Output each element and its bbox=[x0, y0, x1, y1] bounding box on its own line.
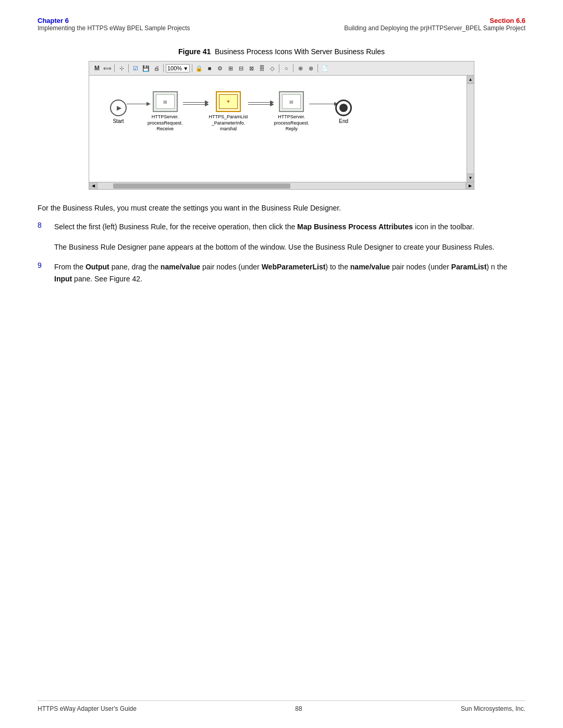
toolbar-icon-table: ⊟ bbox=[236, 64, 246, 73]
arrow-head-bot: ▶ bbox=[205, 101, 209, 107]
zoom-dropdown-arrow[interactable]: ▼ bbox=[183, 66, 188, 71]
start-label: Start bbox=[113, 118, 124, 124]
scrollbar-up-btn[interactable]: ▲ bbox=[467, 76, 474, 84]
toolbar-zoom[interactable]: 100% ▼ bbox=[166, 64, 190, 72]
toolbar-icon-arrows: ⟺ bbox=[103, 64, 112, 73]
toolbar-separator-6 bbox=[293, 64, 293, 72]
page-header: Chapter 6 Implementing the HTTPS eWay BP… bbox=[0, 0, 563, 37]
arrow-line-1: ▶ bbox=[127, 104, 148, 104]
http-reply-symbol: ▤ bbox=[289, 100, 293, 104]
toolbar-icon-square: ■ bbox=[205, 64, 214, 73]
figure-title: Business Process Icons With Server Busin… bbox=[215, 47, 385, 56]
http-reply-node: ▤ HTTPServer.processRequest.Reply bbox=[274, 91, 310, 132]
https-paramlist-icon: ✦ bbox=[216, 91, 241, 112]
double-line-top: ▶ bbox=[183, 102, 206, 103]
step-8-subtext: The Business Rule Designer pane appears … bbox=[54, 241, 525, 253]
double-line2-bot: ▶ bbox=[248, 104, 271, 105]
http-reply-label: HTTPServer.processRequest.Reply bbox=[274, 114, 310, 132]
scrollbar-left-btn[interactable]: ◀ bbox=[89, 182, 97, 190]
toolbar-icon-diamond: ◇ bbox=[267, 64, 277, 73]
double-arrow-bot: ▶ bbox=[183, 104, 209, 105]
toolbar-icon-save: 💾 bbox=[141, 64, 151, 73]
end-label: End bbox=[339, 118, 348, 124]
bottom-scrollbar-track bbox=[97, 182, 466, 189]
toolbar-separator-5 bbox=[279, 64, 279, 72]
end-icon bbox=[335, 100, 352, 116]
arrow-head2-bot: ▶ bbox=[270, 101, 274, 107]
arrow-line-end: ▶ bbox=[309, 104, 335, 104]
toolbar-icon-cursor: ⊹ bbox=[117, 64, 126, 73]
step-9: 9 From the Output pane, drag the name/va… bbox=[38, 261, 525, 285]
page-footer: HTTPS eWay Adapter User's Guide 88 Sun M… bbox=[38, 700, 525, 712]
figure-caption: Figure 41 Business Process Icons With Se… bbox=[38, 47, 525, 56]
chapter-subtitle: Implementing the HTTPS eWay BPEL Sample … bbox=[38, 24, 190, 32]
figure-canvas: ▶ Start ▶ ▤ bbox=[89, 76, 467, 182]
end-node: End bbox=[335, 100, 352, 124]
end-icon-inner bbox=[339, 104, 348, 112]
https-paramlist-label: HTTPS_ParamList_ParameterInfo.marshal bbox=[209, 114, 248, 132]
http-receive-label: HTTPServer.processRequest.Receive bbox=[148, 114, 183, 132]
toolbar-icon-gear: ⚙ bbox=[215, 64, 225, 73]
toolbar-icon-page: 📄 bbox=[320, 64, 329, 73]
https-paramlist-node: ✦ HTTPS_ParamList_ParameterInfo.marshal bbox=[209, 91, 248, 132]
section-subtitle: Building and Deploying the prjHTTPServer… bbox=[344, 24, 525, 32]
https-paramlist-inner: ✦ bbox=[219, 94, 238, 109]
step-9-bold-namevalue1: name/value bbox=[161, 263, 200, 271]
step-9-bold-webparameterlist: WebParameterList bbox=[262, 263, 326, 271]
double-arrow-2-bot: ▶ bbox=[248, 104, 274, 105]
toolbar-icon-check: ☑ bbox=[131, 64, 140, 73]
bottom-scrollbar-thumb bbox=[113, 183, 290, 189]
step-9-bold-output: Output bbox=[85, 263, 109, 271]
step-9-bold-input: Input bbox=[54, 275, 72, 283]
footer-center: 88 bbox=[295, 705, 302, 712]
chapter-label: Chapter 6 bbox=[38, 17, 190, 24]
zoom-value: 100% bbox=[167, 65, 182, 71]
footer-right: Sun Microsystems, Inc. bbox=[461, 705, 525, 712]
step-8-number: 8 bbox=[38, 221, 48, 232]
step-9-number: 9 bbox=[38, 261, 48, 285]
step-9-bold-namevalue2: name/value bbox=[350, 263, 390, 271]
page-content: Figure 41 Business Process Icons With Se… bbox=[0, 37, 563, 314]
step-8-text: Select the first (left) Business Rule, f… bbox=[54, 221, 474, 232]
process-flow: ▶ Start ▶ ▤ bbox=[100, 81, 456, 158]
step-8-bold: Map Business Process Attributes bbox=[297, 223, 413, 231]
http-receive-symbol: ▤ bbox=[163, 100, 167, 104]
http-reply-inner: ▤ bbox=[282, 94, 301, 109]
arrow-end: ▶ bbox=[309, 104, 335, 120]
http-receive-icon: ▤ bbox=[153, 91, 178, 112]
toolbar-icon-m: M bbox=[92, 64, 102, 73]
start-play-icon: ▶ bbox=[117, 104, 121, 112]
toolbar-separator-7 bbox=[317, 64, 318, 72]
http-receive-inner: ▤ bbox=[156, 94, 175, 109]
double-arrow-1: ▶ ▶ bbox=[183, 102, 209, 121]
double-line2-top: ▶ bbox=[248, 102, 271, 103]
toolbar-separator-2 bbox=[128, 64, 129, 72]
right-scrollbar[interactable]: ▲ ▼ bbox=[467, 76, 474, 182]
arrow-1: ▶ bbox=[127, 104, 148, 120]
figure-toolbar: M ⟺ ⊹ ☑ 💾 🖨 100% ▼ 🔒 ■ ⚙ ⊞ ⊟ ⊠ 🗄 ◇ bbox=[89, 61, 474, 76]
footer-left: HTTPS eWay Adapter User's Guide bbox=[38, 705, 137, 712]
http-receive-node: ▤ HTTPServer.processRequest.Receive bbox=[148, 91, 183, 132]
double-arrow-2: ▶ ▶ bbox=[248, 102, 274, 121]
toolbar-icon-lock: 🔒 bbox=[194, 64, 204, 73]
figure-canvas-wrapper: ▶ Start ▶ ▤ bbox=[89, 76, 474, 182]
toolbar-separator-1 bbox=[114, 64, 115, 72]
bottom-scrollbar[interactable]: ◀ ▶ bbox=[89, 182, 474, 189]
scrollbar-right-btn[interactable]: ▶ bbox=[466, 182, 474, 190]
toolbar-icon-target: ⊕ bbox=[296, 64, 305, 73]
toolbar-icon-flow: ⊠ bbox=[247, 64, 256, 73]
header-right: Section 6.6 Building and Deploying the p… bbox=[344, 17, 525, 32]
toolbar-separator-3 bbox=[163, 64, 164, 72]
toolbar-icon-print: 🖨 bbox=[152, 64, 161, 73]
step-9-text: From the Output pane, drag the name/valu… bbox=[54, 261, 525, 285]
start-node: ▶ Start bbox=[110, 100, 127, 124]
start-icon: ▶ bbox=[110, 100, 127, 116]
step-9-bold-paramlist: ParamList bbox=[451, 263, 487, 271]
toolbar-separator-4 bbox=[192, 64, 192, 72]
toolbar-icon-db: 🗄 bbox=[257, 64, 266, 73]
toolbar-icon-circle: ○ bbox=[282, 64, 291, 73]
figure-box: M ⟺ ⊹ ☑ 💾 🖨 100% ▼ 🔒 ■ ⚙ ⊞ ⊟ ⊠ 🗄 ◇ bbox=[89, 61, 474, 190]
scrollbar-down-btn[interactable]: ▼ bbox=[467, 174, 474, 182]
body-intro-text: For the Business Rules, you must create … bbox=[38, 202, 525, 214]
toolbar-icon-grid: ⊞ bbox=[226, 64, 235, 73]
